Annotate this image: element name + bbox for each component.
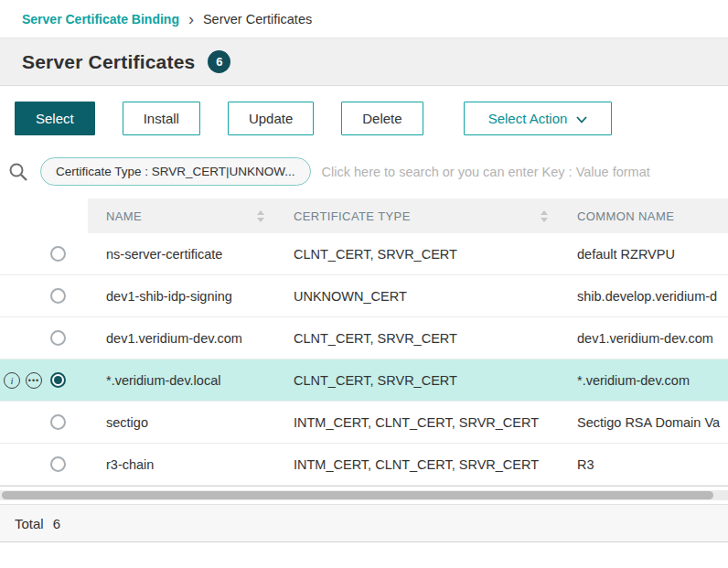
row-certificate-type: CLNT_CERT, SRVR_CERT: [275, 247, 559, 262]
row-radio[interactable]: [50, 414, 66, 430]
row-radio[interactable]: [50, 372, 66, 388]
row-select-cell: i •••: [0, 330, 88, 347]
row-radio[interactable]: [50, 246, 66, 262]
row-radio[interactable]: [50, 456, 66, 472]
header-name[interactable]: NAME: [88, 198, 275, 233]
certificates-table: NAME CERTIFICATE TYPE COMMON NAME i ••• …: [0, 198, 728, 487]
table-row[interactable]: i ••• r3-chain INTM_CERT, CLNT_CERT, SRV…: [0, 444, 728, 486]
row-radio[interactable]: [50, 330, 66, 346]
table-row[interactable]: i ••• ns-server-certificate CLNT_CERT, S…: [0, 233, 728, 275]
install-button[interactable]: Install: [123, 102, 200, 135]
sort-icon: [250, 210, 264, 222]
horizontal-scrollbar-track[interactable]: [0, 490, 728, 500]
row-common-name: shib.develop.veridium-d: [559, 289, 728, 304]
row-name: dev1-shib-idp-signing: [88, 289, 275, 304]
ellipsis-menu-icon[interactable]: •••: [26, 372, 42, 389]
row-name: sectigo: [88, 415, 275, 430]
sort-icon: [533, 210, 548, 222]
row-certificate-type: INTM_CERT, CLNT_CERT, SRVR_CERT: [275, 415, 559, 430]
total-label: Total: [15, 516, 44, 531]
row-common-name: default RZRVPU: [559, 247, 728, 262]
search-icon[interactable]: [7, 161, 29, 183]
row-common-name: R3: [559, 457, 728, 472]
select-action-label: Select Action: [488, 111, 568, 126]
breadcrumb-current: Server Certificates: [203, 12, 312, 27]
row-common-name: dev1.veridium-dev.com: [559, 331, 728, 346]
select-action-dropdown[interactable]: Select Action: [464, 102, 613, 135]
row-name: *.veridium-dev.local: [88, 373, 275, 388]
row-select-cell: i •••: [0, 288, 88, 305]
header-select-column: [0, 198, 88, 233]
breadcrumb-separator-icon: ›: [188, 13, 194, 26]
toolbar: Select Install Update Delete Select Acti…: [0, 86, 728, 148]
select-button[interactable]: Select: [15, 102, 95, 135]
table-row[interactable]: i ••• sectigo INTM_CERT, CLNT_CERT, SRVR…: [0, 402, 728, 444]
row-select-cell: i •••: [0, 414, 88, 431]
row-certificate-type: INTM_CERT, CLNT_CERT, SRVR_CERT: [275, 457, 559, 472]
table-header-row: NAME CERTIFICATE TYPE COMMON NAME: [0, 198, 728, 233]
breadcrumb-link-server-certificate-binding[interactable]: Server Certificate Binding: [22, 12, 179, 27]
row-name: r3-chain: [88, 457, 275, 472]
horizontal-scrollbar-thumb[interactable]: [2, 491, 713, 499]
header-common-name[interactable]: COMMON NAME: [559, 198, 728, 233]
info-icon[interactable]: i: [4, 372, 20, 389]
table-row[interactable]: i ••• dev1-shib-idp-signing UNKNOWN_CERT…: [0, 275, 728, 317]
row-name: dev1.veridium-dev.com: [88, 331, 275, 346]
count-badge: 6: [208, 50, 230, 73]
title-bar: Server Certificates 6: [0, 38, 728, 86]
table-row[interactable]: i ••• *.veridium-dev.local CLNT_CERT, SR…: [0, 359, 728, 402]
row-common-name: Sectigo RSA Domain Va: [559, 415, 728, 430]
row-select-cell: i •••: [0, 456, 88, 473]
breadcrumb: Server Certificate Binding › Server Cert…: [0, 0, 728, 38]
chevron-down-icon: [576, 111, 587, 126]
page-title: Server Certificates: [22, 51, 195, 73]
row-select-cell: i •••: [0, 246, 88, 263]
search-input[interactable]: [322, 165, 713, 179]
row-radio[interactable]: [50, 288, 66, 304]
table-body: i ••• ns-server-certificate CLNT_CERT, S…: [0, 233, 728, 486]
row-common-name: *.veridium-dev.com: [559, 373, 728, 388]
row-certificate-type: UNKNOWN_CERT: [275, 289, 559, 304]
filter-chip-certificate-type[interactable]: Certificate Type : SRVR_CERT|UNKNOW...: [40, 157, 311, 186]
table-footer: Total 6: [0, 504, 728, 542]
row-certificate-type: CLNT_CERT, SRVR_CERT: [275, 373, 559, 388]
row-name: ns-server-certificate: [88, 247, 275, 262]
table-row[interactable]: i ••• dev1.veridium-dev.com CLNT_CERT, S…: [0, 317, 728, 359]
row-select-cell: i •••: [0, 372, 88, 389]
delete-button[interactable]: Delete: [341, 102, 423, 135]
row-certificate-type: CLNT_CERT, SRVR_CERT: [275, 331, 559, 346]
total-value: 6: [53, 516, 60, 531]
search-bar: Certificate Type : SRVR_CERT|UNKNOW...: [0, 148, 728, 198]
update-button[interactable]: Update: [228, 102, 314, 135]
header-certificate-type[interactable]: CERTIFICATE TYPE: [275, 198, 559, 233]
